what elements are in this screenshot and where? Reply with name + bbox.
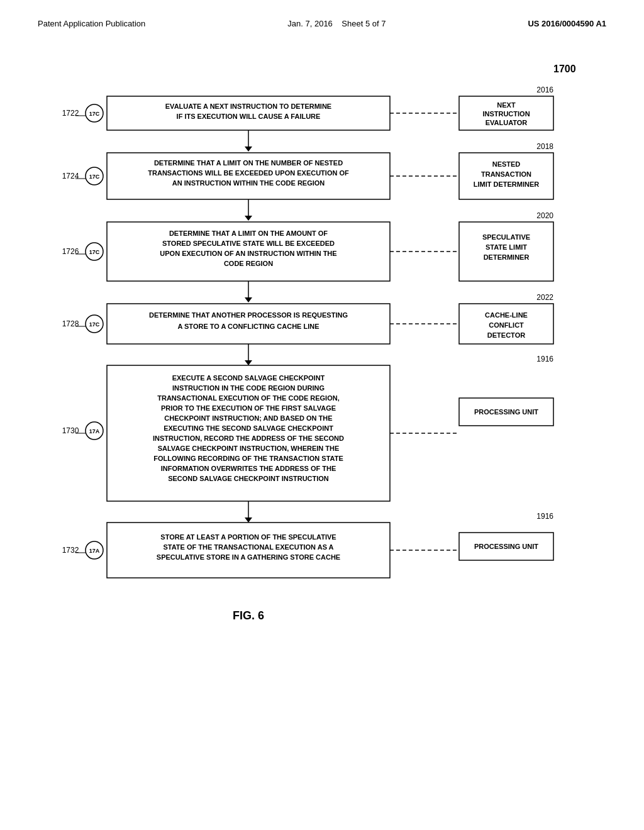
flow-text-1730-3: TRANSACTIONAL EXECUTION OF THE CODE REGI… bbox=[157, 394, 339, 402]
step-num-1724: 1724 bbox=[62, 172, 79, 180]
flow-text-1728-2: A STORE TO A CONFLICTING CACHE LINE bbox=[177, 323, 319, 330]
header-publication-label: Patent Application Publication bbox=[38, 19, 145, 28]
circle-1726-label: 17C bbox=[89, 249, 100, 255]
flow-text-1722-2: IF ITS EXECUTION WILL CAUSE A FAILURE bbox=[177, 113, 321, 120]
circle-1732-label: 17A bbox=[89, 548, 100, 554]
diagram-svg: 1700 17C 1722 EVALUATE A NEXT INSTRUCTIO… bbox=[38, 53, 606, 745]
header-date-sheet: Jan. 7, 2016 Sheet 5 of 7 bbox=[287, 19, 386, 28]
flow-text-1730-9: FOLLOWING RECORDING OF THE TRANSACTION S… bbox=[153, 455, 343, 462]
step-num-1726: 1726 bbox=[62, 247, 79, 256]
side-num-1724: 2018 bbox=[536, 142, 553, 151]
flow-text-1730-1: EXECUTE A SECOND SALVAGE CHECKPOINT bbox=[172, 374, 325, 382]
side-text-1726-2: STATE LIMIT bbox=[486, 243, 527, 251]
flow-text-1726-1: DETERMINE THAT A LIMIT ON THE AMOUNT OF bbox=[169, 230, 328, 237]
flow-text-1730-11: SECOND SALVAGE CHECKPOINT INSTRUCTION bbox=[168, 475, 329, 482]
flow-text-1730-8: SALVAGE CHECKPOINT INSTRUCTION, WHEREIN … bbox=[158, 445, 340, 452]
side-num-1726: 2020 bbox=[536, 211, 553, 220]
side-num-1722: 2016 bbox=[536, 86, 553, 94]
arrowhead-1722-1724 bbox=[245, 147, 252, 152]
header-patent-number: US 2016/0004590 A1 bbox=[528, 19, 606, 28]
arrowhead-1730-1732 bbox=[245, 517, 252, 523]
side-text-1722-1: NEXT bbox=[497, 101, 516, 109]
flow-text-1730-2: INSTRUCTION IN THE CODE REGION DURING bbox=[172, 384, 325, 392]
flow-text-1726-3: UPON EXECUTION OF AN INSTRUCTION WITHIN … bbox=[160, 250, 336, 257]
diagram-fig-number: 1700 bbox=[553, 64, 576, 74]
side-text-1726-3: DETERMINER bbox=[484, 253, 530, 261]
header-date: Jan. 7, 2016 bbox=[287, 19, 333, 28]
arrowhead-1726-1728 bbox=[245, 297, 252, 302]
circle-1728-label: 17C bbox=[89, 321, 100, 328]
side-text-1722-2: INSTRUCTION bbox=[482, 110, 530, 118]
flow-text-1730-7: INSTRUCTION, RECORD THE ADDRESS OF THE S… bbox=[153, 434, 344, 442]
flow-text-1726-4: CODE REGION bbox=[224, 260, 273, 267]
step-num-1728: 1728 bbox=[62, 319, 79, 328]
flow-text-1722-1: EVALUATE A NEXT INSTRUCTION TO DETERMINE bbox=[165, 102, 331, 110]
flow-text-1730-6: EXECUTING THE SECOND SALVAGE CHECKPOINT bbox=[164, 424, 333, 432]
flow-text-1732-3: SPECULATIVE STORE IN A GATHERING STORE C… bbox=[157, 553, 340, 561]
side-text-1724-1: NESTED bbox=[492, 160, 521, 168]
side-text-1722-3: EVALUATOR bbox=[486, 119, 528, 126]
side-text-1726-1: SPECULATIVE bbox=[482, 233, 530, 241]
fig-label: FIG. 6 bbox=[233, 609, 264, 622]
flow-text-1730-5: CHECKPOINT INSTRUCTION; AND BASED ON THE bbox=[164, 414, 332, 422]
flow-text-1730-4: PRIOR TO THE EXECUTION OF THE FIRST SALV… bbox=[161, 404, 336, 412]
side-text-1730-1: PROCESSING UNIT bbox=[474, 408, 538, 416]
side-text-1724-2: TRANSACTION bbox=[481, 170, 531, 178]
side-text-1724-3: LIMIT DETERMINER bbox=[474, 180, 540, 188]
arrowhead-1724-1726 bbox=[245, 216, 252, 221]
flow-text-1724-1: DETERMINE THAT A LIMIT ON THE NUMBER OF … bbox=[154, 159, 343, 167]
side-box-1726 bbox=[459, 222, 553, 281]
arrowhead-1728-1730 bbox=[245, 360, 252, 365]
circle-1722-label: 17C bbox=[89, 111, 100, 117]
circle-1724-label: 17C bbox=[89, 174, 100, 180]
flow-text-1730-10: INFORMATION OVERWRITES THE ADDRESS OF TH… bbox=[161, 465, 336, 472]
step-num-1732: 1732 bbox=[62, 546, 79, 555]
side-num-1732: 1916 bbox=[536, 512, 553, 521]
flow-text-1732-1: STORE AT LEAST A PORTION OF THE SPECULAT… bbox=[160, 533, 336, 541]
flow-text-1724-2: TRANSACTIONS WILL BE EXCEEDED UPON EXECU… bbox=[148, 169, 349, 177]
circle-1730-label: 17A bbox=[89, 428, 100, 434]
side-text-1732-1: PROCESSING UNIT bbox=[474, 543, 538, 550]
flow-text-1726-2: STORED SPECULATIVE STATE WILL BE EXCEEDE… bbox=[162, 240, 335, 247]
flow-text-1732-2: STATE OF THE TRANSACTIONAL EXECUTION AS … bbox=[163, 543, 333, 551]
side-num-1728: 2022 bbox=[536, 293, 553, 302]
side-num-1730: 1916 bbox=[536, 355, 553, 363]
step-num-1730: 1730 bbox=[62, 426, 79, 435]
page: Patent Application Publication Jan. 7, 2… bbox=[0, 0, 644, 830]
side-text-1728-2: CONFLICT bbox=[489, 321, 524, 329]
header-sheet: Sheet 5 of 7 bbox=[341, 19, 386, 28]
side-text-1728-3: DETECTOR bbox=[487, 331, 525, 339]
side-text-1728-1: CACHE-LINE bbox=[485, 311, 528, 319]
flow-text-1728-1: DETERMINE THAT ANOTHER PROCESSOR IS REQU… bbox=[149, 311, 348, 319]
page-header: Patent Application Publication Jan. 7, 2… bbox=[38, 19, 606, 28]
flow-text-1724-3: AN INSTRUCTION WITHIN THE CODE REGION bbox=[172, 179, 325, 187]
step-num-1722: 1722 bbox=[62, 109, 79, 118]
